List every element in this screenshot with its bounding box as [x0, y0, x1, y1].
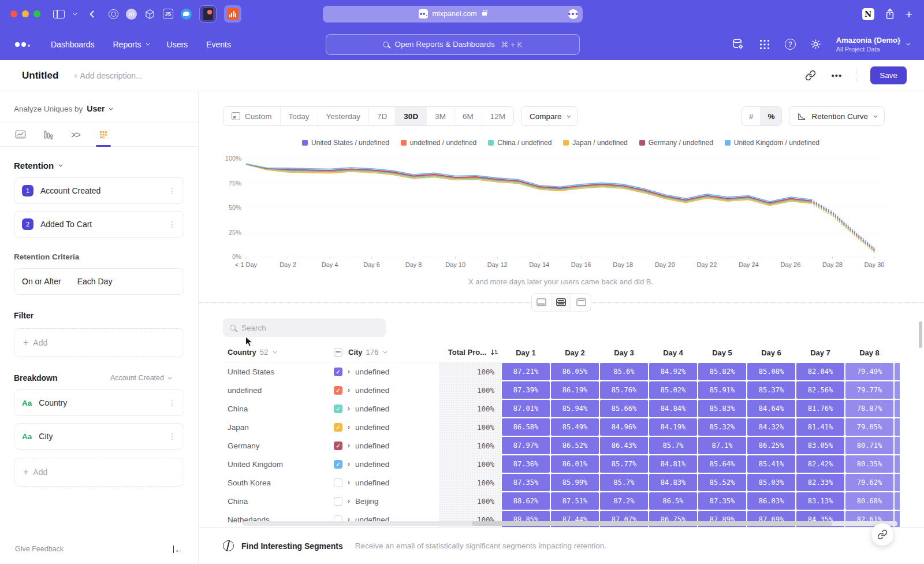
retention-cell[interactable]: 86.05%	[551, 363, 599, 380]
row-checkbox[interactable]: ✓	[334, 460, 342, 469]
window-controls[interactable]	[10, 10, 40, 17]
notion-extension-icon[interactable]: N	[862, 8, 874, 20]
retention-cell[interactable]: 85.32%	[698, 418, 746, 436]
legend-item[interactable]: undefined / undefined	[401, 139, 476, 147]
row-checkbox[interactable]: ✓	[334, 423, 342, 432]
retention-cell[interactable]: 79.77%	[845, 381, 893, 399]
retention-cell[interactable]: 78.87%	[845, 400, 893, 417]
expand-row-icon[interactable]: ›	[348, 478, 350, 487]
row-city[interactable]: ✓›undefined	[326, 362, 439, 381]
retention-cell[interactable]: 86.58%	[502, 418, 550, 436]
settings-gear-icon[interactable]	[810, 38, 822, 51]
row-checkbox[interactable]	[334, 497, 342, 506]
nav-dashboards[interactable]: Dashboards	[51, 40, 95, 49]
more-options-icon[interactable]: •••	[831, 70, 842, 80]
select-all-checkbox[interactable]	[334, 348, 342, 357]
row-checkbox[interactable]: ✓	[334, 368, 342, 376]
kebab-menu-icon[interactable]: ⋮	[168, 398, 176, 407]
unit-percent-toggle[interactable]: %	[761, 107, 781, 125]
row-city[interactable]: ›Beijing	[326, 492, 439, 510]
criteria-type[interactable]: On or After	[22, 277, 61, 286]
retention-cell[interactable]: 86.43%	[600, 437, 648, 454]
breakdown-card-city[interactable]: Aa City ⋮	[14, 423, 184, 450]
close-window-button[interactable]	[10, 10, 17, 17]
row-country[interactable]: South Korea	[223, 473, 326, 492]
retention-cell[interactable]: 85.77%	[600, 455, 648, 473]
unit-number-toggle[interactable]: #	[742, 107, 761, 125]
retention-cell[interactable]: 81.41%	[796, 418, 844, 436]
expand-row-icon[interactable]: ›	[348, 423, 350, 431]
chart-type-selector[interactable]: Retention Curve	[789, 106, 885, 126]
range-30d[interactable]: 30D	[396, 107, 427, 125]
analyze-value-selector[interactable]: User	[87, 104, 105, 113]
retention-cell[interactable]: 85.64%	[698, 455, 746, 473]
project-selector[interactable]: Amazonia {Demo} All Project Data	[836, 36, 909, 52]
nav-events[interactable]: Events	[206, 40, 231, 49]
retention-cell[interactable]: 85.82%	[698, 363, 746, 380]
tab-flows[interactable]	[70, 123, 81, 146]
mixpanel-logo[interactable]	[15, 42, 30, 47]
new-tab-icon[interactable]: +	[906, 8, 912, 20]
retention-cell[interactable]: 85.66%	[600, 400, 648, 417]
bird-favicon-icon[interactable]	[181, 9, 192, 20]
layout-chart-only-icon[interactable]	[532, 294, 552, 311]
retention-cell[interactable]: 85.91%	[698, 381, 746, 399]
retention-cell[interactable]: 85.41%	[747, 455, 795, 473]
retention-cell[interactable]: 86.5%	[649, 492, 697, 510]
save-button[interactable]: Save	[870, 66, 907, 84]
row-checkbox[interactable]: ✓	[334, 441, 342, 450]
retention-cell[interactable]: 85.08%	[747, 363, 795, 380]
row-city[interactable]: ✓›undefined	[326, 436, 439, 455]
nav-reports[interactable]: Reports	[113, 40, 148, 49]
day-column-header[interactable]: Day 3	[599, 343, 649, 362]
compare-button[interactable]: Compare	[521, 106, 579, 126]
retention-cell[interactable]: 85.52%	[698, 474, 746, 491]
target-favicon-icon[interactable]	[109, 9, 118, 19]
retention-cell[interactable]: 83.13%	[796, 492, 844, 510]
table-horizontal-scrollbar[interactable]	[243, 521, 897, 526]
retention-cell[interactable]: 82.42%	[796, 455, 844, 473]
city-column-header[interactable]: City 176	[326, 343, 439, 362]
retention-cell[interactable]: 79.62%	[845, 474, 893, 491]
page-vertical-scrollbar[interactable]	[919, 321, 922, 348]
breakdown-add-button[interactable]: +Add	[14, 458, 184, 487]
retention-cell[interactable]: 84.81%	[649, 455, 697, 473]
retention-cell[interactable]: 87.2%	[600, 492, 648, 510]
kebab-menu-icon[interactable]: ⋮	[168, 220, 176, 229]
chart-legend[interactable]: United States / undefinedundefined / und…	[223, 139, 899, 147]
range-12m[interactable]: 12M	[482, 107, 513, 125]
avatar-m-favicon-icon[interactable]: m	[126, 9, 137, 20]
retention-cell[interactable]: 86.25%	[747, 437, 795, 454]
tab-retention[interactable]	[98, 123, 109, 146]
row-checkbox[interactable]: ✓	[334, 386, 342, 395]
row-country[interactable]: Netherlands	[223, 510, 326, 529]
retention-cell[interactable]: 87.35%	[698, 492, 746, 510]
segments-title[interactable]: Find Interesting Segments	[241, 541, 343, 551]
retention-cell[interactable]: 88.62%	[502, 492, 550, 510]
add-description[interactable]: + Add description...	[73, 71, 142, 80]
step-card-1[interactable]: 1 Account Created ⋮	[14, 177, 184, 204]
retention-cell[interactable]: 84.19%	[649, 418, 697, 436]
cube-favicon-icon[interactable]	[144, 9, 155, 20]
total-column-header[interactable]: Total Pro...	[439, 343, 501, 362]
retention-cell[interactable]: 85.7%	[649, 437, 697, 454]
row-country[interactable]: China	[223, 399, 326, 418]
country-column-header[interactable]: Country 52	[223, 343, 326, 362]
retention-chart[interactable]: 0%25%50%75%100%< 1 DayDay 2Day 4Day 6Day…	[223, 154, 924, 276]
retention-cell[interactable]: 80.71%	[845, 437, 893, 454]
retention-cell[interactable]: 84.64%	[747, 400, 795, 417]
give-feedback-link[interactable]: Give Feedback	[15, 545, 64, 553]
retention-cell[interactable]: 84.84%	[649, 400, 697, 417]
day-column-header[interactable]: Day 1	[501, 343, 550, 362]
kebab-menu-icon[interactable]: ⋮	[168, 432, 176, 441]
expand-row-icon[interactable]: ›	[348, 405, 350, 413]
range-7d[interactable]: 7D	[369, 107, 396, 125]
data-management-icon[interactable]	[732, 38, 744, 51]
retention-cell[interactable]: 84.32%	[747, 418, 795, 436]
row-city[interactable]: ›undefined	[326, 473, 439, 492]
row-country[interactable]: United Kingdom	[223, 455, 326, 473]
retention-cell[interactable]: 87.51%	[551, 492, 599, 510]
tab-insights[interactable]	[15, 123, 26, 146]
row-country[interactable]: Germany	[223, 436, 326, 455]
legend-item[interactable]: United States / undefined	[302, 139, 389, 147]
